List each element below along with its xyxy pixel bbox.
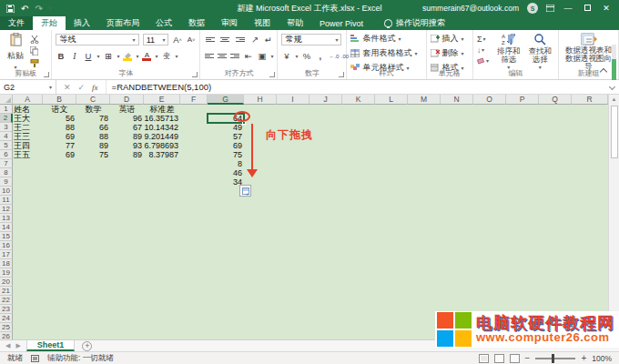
clipboard-dialog-launcher[interactable] (44, 72, 49, 77)
undo-button[interactable]: ↶ (21, 4, 28, 14)
font-color-icon[interactable]: A (142, 52, 151, 61)
cell-D7[interactable] (110, 159, 144, 168)
cell-D3[interactable]: 67 (110, 123, 144, 132)
cell-A3[interactable]: 王二 (13, 123, 43, 132)
account-avatar[interactable]: S (527, 3, 538, 14)
cell-F8[interactable] (180, 168, 208, 177)
column-header-E[interactable]: E (144, 95, 180, 105)
cell-B7[interactable] (43, 159, 76, 168)
cell-C8[interactable] (76, 168, 110, 177)
underline-button[interactable]: U (83, 51, 93, 62)
bold-button[interactable]: B (56, 51, 66, 62)
cell-G8[interactable]: 46 (208, 168, 244, 177)
column-header-Q[interactable]: Q (539, 95, 572, 105)
cell-G3[interactable]: 49 (208, 123, 244, 132)
decrease-font-icon[interactable]: A˅ (186, 35, 196, 46)
account-email[interactable]: summerain67@outlook.com (422, 4, 519, 13)
cell-E5[interactable]: 6.798693 (144, 141, 180, 150)
cell-C7[interactable] (76, 159, 110, 168)
cell-D4[interactable]: 89 (110, 132, 144, 141)
cell-E3[interactable]: 10.14342 (144, 123, 180, 132)
cell-G7[interactable]: 8 (208, 159, 244, 168)
format-painter-button[interactable] (30, 58, 45, 67)
view-page-layout-button[interactable] (494, 354, 504, 363)
insert-cells-button[interactable]: 插入▾ (431, 33, 470, 45)
cell-A7[interactable] (13, 159, 43, 168)
vertical-scroll-thumb[interactable] (611, 106, 618, 158)
cell-A1[interactable]: 姓名 (13, 105, 43, 114)
align-top-icon[interactable] (204, 35, 216, 45)
wrap-text-icon[interactable]: ↵ (263, 35, 273, 46)
ribbon-tab[interactable]: 公式 (147, 16, 180, 30)
cell-F9[interactable] (180, 177, 208, 187)
formula-input[interactable]: =RANDBETWEEN(5,100) (107, 80, 212, 94)
ribbon-tab[interactable]: 文件 (0, 16, 33, 30)
cell-F7[interactable] (180, 159, 208, 168)
row-header-1[interactable]: 1 (0, 105, 13, 114)
view-page-break-button[interactable] (510, 354, 520, 363)
scroll-up-icon[interactable]: ▲ (609, 95, 619, 104)
cell-A2[interactable]: 王大 (13, 114, 43, 123)
cell-A8[interactable] (13, 168, 43, 177)
merge-center-icon[interactable]: ▣ (257, 51, 267, 62)
column-header-D[interactable]: D (110, 95, 144, 105)
row-header-9[interactable]: 9 (0, 177, 13, 187)
column-header-J[interactable]: J (310, 95, 342, 105)
tell-me-search[interactable]: 操作说明搜索 (384, 16, 445, 30)
cell-D1[interactable]: 英语 (110, 105, 144, 114)
column-header-H[interactable]: H (244, 95, 277, 105)
cell-E7[interactable] (144, 159, 180, 168)
ribbon-tab[interactable]: 页面布局 (98, 16, 147, 30)
row-header-14[interactable]: 14 (0, 223, 13, 232)
cell-E6[interactable]: 8.37987 (144, 150, 180, 159)
row-header-13[interactable]: 13 (0, 214, 13, 223)
cut-button[interactable] (30, 35, 45, 44)
cell-E2[interactable]: 16.35713 (144, 114, 180, 123)
cell-C3[interactable]: 66 (76, 123, 110, 132)
cell-E9[interactable] (144, 177, 180, 187)
qat-customize-icon[interactable]: ▾ (49, 6, 52, 10)
autosum-icon[interactable]: Σ▾ (477, 35, 492, 44)
row-header-5[interactable]: 5 (0, 141, 13, 150)
column-header-K[interactable]: K (342, 95, 375, 105)
row-header-3[interactable]: 3 (0, 123, 13, 132)
find-select-button[interactable]: 查找和选择 ▾ (526, 33, 555, 69)
column-header-A[interactable]: A (13, 95, 43, 105)
save-icon[interactable] (6, 5, 15, 13)
align-left-icon[interactable] (204, 51, 213, 61)
row-header-20[interactable]: 20 (0, 278, 13, 287)
row-header-17[interactable]: 17 (0, 250, 13, 259)
borders-icon[interactable]: ⊞ (103, 51, 113, 62)
ribbon-tab[interactable]: 审阅 (213, 16, 246, 30)
column-header-P[interactable]: P (506, 95, 539, 105)
row-header-25[interactable]: 25 (0, 323, 13, 332)
row-header-4[interactable]: 4 (0, 132, 13, 141)
row-header-19[interactable]: 19 (0, 268, 13, 278)
cell-E4[interactable]: 9.201449 (144, 132, 180, 141)
number-format-select[interactable]: 常规▾ (281, 34, 341, 46)
cell-F3[interactable] (180, 123, 208, 132)
increase-decimal-icon[interactable]: ←.0 (329, 51, 339, 62)
column-header-I[interactable]: I (277, 95, 310, 105)
name-box[interactable]: G2▾ (0, 80, 56, 94)
cancel-icon[interactable]: ✕ (64, 83, 71, 92)
fill-color-icon[interactable] (123, 52, 132, 61)
cell-E1[interactable]: 标准差 (144, 105, 180, 114)
cell-F6[interactable] (180, 150, 208, 159)
column-header-O[interactable]: O (473, 95, 506, 105)
cell-G5[interactable]: 69 (208, 141, 244, 150)
row-header-8[interactable]: 8 (0, 168, 13, 177)
cell-A9[interactable] (13, 177, 43, 187)
row-header-2[interactable]: 2 (0, 114, 13, 123)
vertical-scrollbar[interactable]: ▲ (608, 95, 619, 313)
zoom-in-icon[interactable]: + (581, 353, 586, 363)
cell-B8[interactable] (43, 168, 76, 177)
column-header-B[interactable]: B (43, 95, 76, 105)
column-header-C[interactable]: C (76, 95, 110, 105)
cell-B6[interactable]: 69 (43, 150, 76, 159)
sheet-nav-right-icon[interactable]: ▶ (15, 342, 20, 349)
cell-B5[interactable]: 77 (43, 141, 76, 150)
column-header-G[interactable]: G (208, 95, 244, 105)
font-name-select[interactable]: 等线▾ (56, 34, 138, 46)
column-header-R[interactable]: R (572, 95, 608, 105)
